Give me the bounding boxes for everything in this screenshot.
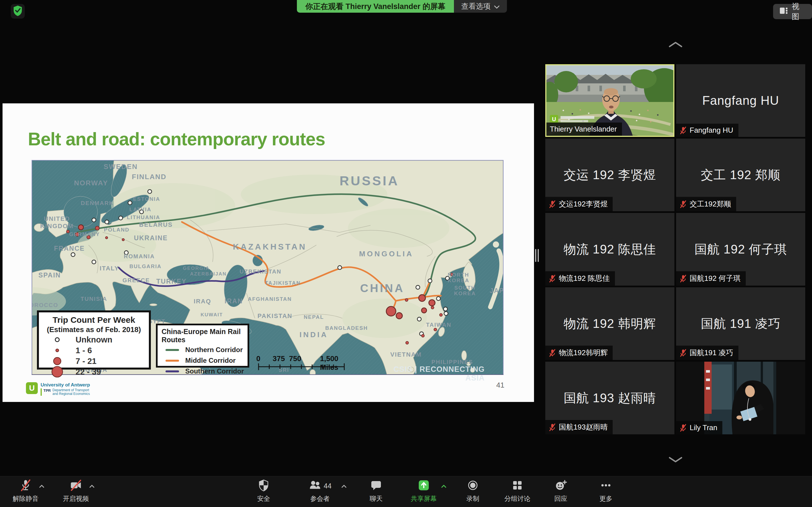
route-legend-item: Southern Corridor bbox=[161, 367, 248, 376]
reactions-smiley-icon bbox=[554, 479, 567, 493]
unmute-button[interactable]: 解除静音 bbox=[0, 478, 51, 503]
mic-off-icon bbox=[549, 274, 556, 283]
route-color-swatch bbox=[165, 360, 179, 362]
share-screen-button[interactable]: 共享屏幕 bbox=[398, 478, 449, 503]
participant-label-text: 交工192郑顺 bbox=[690, 199, 731, 209]
participants-button[interactable]: 44 参会者 bbox=[292, 478, 348, 503]
country-label: BANGLADESH bbox=[325, 325, 368, 331]
participant-tile[interactable]: 国航 192 何子琪 国航192 何子琪 bbox=[676, 213, 805, 286]
city-dot bbox=[386, 306, 396, 316]
country-label: MONGOLIA bbox=[359, 249, 414, 258]
open-circle-swatch bbox=[39, 334, 75, 345]
chevron-down-icon bbox=[668, 456, 683, 463]
red-circle-swatch bbox=[39, 355, 75, 367]
participant-tile[interactable]: 交运 192 李贤煜 交运192李贤煜 bbox=[545, 138, 674, 211]
country-label: INDIA bbox=[299, 330, 328, 339]
participant-name-label: 物流192韩明辉 bbox=[545, 346, 613, 360]
participant-label-text: Fangfang HU bbox=[690, 126, 733, 135]
university-logo-mark: U bbox=[26, 382, 38, 394]
participant-label-text: 交运192李贤煜 bbox=[559, 199, 608, 209]
mic-off-icon bbox=[679, 274, 687, 283]
country-label: KOREA bbox=[448, 277, 469, 283]
city-dot bbox=[444, 312, 448, 316]
record-label: 录制 bbox=[466, 494, 479, 503]
chat-label: 聊天 bbox=[370, 494, 383, 503]
share-options-caret[interactable] bbox=[441, 484, 447, 489]
trip-legend-item: Unknown bbox=[39, 335, 149, 345]
participant-tile[interactable]: 物流 192 陈思佳 物流192 陈思佳 bbox=[545, 213, 674, 286]
slide-title: Belt and road: contemporary routes bbox=[28, 129, 325, 150]
country-label: IRAQ bbox=[194, 298, 211, 305]
audio-options-caret[interactable] bbox=[39, 484, 45, 489]
country-label: TAIWAN bbox=[426, 322, 451, 328]
city-dot bbox=[79, 225, 84, 230]
scale-tick-375: 375 bbox=[273, 354, 285, 363]
country-label: MOROCCO bbox=[32, 302, 58, 308]
route-color-swatch bbox=[165, 371, 179, 372]
participant-tile[interactable]: 物流 192 韩明辉 物流192韩明辉 bbox=[545, 287, 674, 360]
country-label: AFGHANISTAN bbox=[248, 296, 292, 302]
breakout-rooms-button[interactable]: 分组讨论 bbox=[492, 478, 543, 503]
meeting-toolbar: 解除静音 开启视频 bbox=[0, 476, 812, 507]
trip-legend-item: 7 - 21 bbox=[39, 356, 149, 366]
participant-name-label: 物流192 陈思佳 bbox=[545, 271, 615, 286]
view-options-button[interactable]: 查看选项 bbox=[454, 0, 507, 13]
country-label: SOUTH bbox=[454, 285, 475, 291]
trip-legend-item: 22 - 39 bbox=[39, 367, 149, 377]
more-button[interactable]: 更多 bbox=[580, 478, 631, 503]
breakout-grid-icon bbox=[511, 479, 523, 493]
shield-icon bbox=[257, 479, 270, 493]
country-label: KUWAIT bbox=[200, 312, 223, 318]
participant-tile[interactable]: Lily Tran bbox=[676, 362, 805, 434]
city-dot bbox=[417, 317, 421, 321]
country-label: GEORGIA bbox=[183, 266, 209, 271]
participant-tile[interactable]: 交工 192 郑顺 交工192郑顺 bbox=[676, 138, 805, 211]
participant-label-text: Thierry Vanelslander bbox=[550, 125, 617, 133]
participants-options-caret[interactable] bbox=[341, 484, 347, 489]
security-button[interactable]: 安全 bbox=[238, 478, 289, 503]
start-video-button[interactable]: 开启视频 bbox=[50, 478, 101, 503]
city-dot bbox=[421, 308, 426, 313]
participant-name-label: Fangfang HU bbox=[676, 124, 739, 137]
logo-divider bbox=[41, 388, 42, 396]
city-dot bbox=[119, 216, 123, 220]
shared-screen-slide: Belt and road: contemporary routes bbox=[3, 103, 534, 402]
more-label: 更多 bbox=[599, 494, 612, 503]
city-dot bbox=[419, 295, 425, 301]
city-dot bbox=[92, 218, 96, 222]
city-dot bbox=[338, 266, 342, 270]
map-scale-bar: 0 375 750 1,500 Miles bbox=[256, 354, 349, 370]
participant-name-label: 交工192郑顺 bbox=[676, 197, 736, 211]
record-button[interactable]: 录制 bbox=[448, 478, 498, 503]
department-line2: and Regional Economics bbox=[52, 392, 90, 396]
red-circle-swatch bbox=[39, 345, 75, 356]
country-label: AZERBAIJAN bbox=[190, 271, 227, 277]
mic-off-icon bbox=[679, 349, 687, 357]
country-label: JAPA bbox=[490, 287, 503, 294]
participant-tile[interactable]: 国航 191 凌巧 国航191 凌巧 bbox=[676, 287, 805, 360]
participant-tile[interactable]: U Thierry Vanelslander bbox=[545, 64, 674, 137]
participant-name-label: 国航192 何子琪 bbox=[676, 271, 746, 286]
chat-button[interactable]: 聊天 bbox=[351, 478, 402, 503]
slide-page-number: 41 bbox=[488, 381, 504, 390]
shield-check-icon bbox=[12, 5, 23, 18]
participant-tile[interactable]: 国航 193 赵雨晴 国航193赵雨晴 bbox=[545, 362, 674, 434]
reactions-button[interactable]: 回应 bbox=[536, 478, 586, 503]
mic-off-icon bbox=[679, 126, 687, 135]
security-status-button[interactable] bbox=[11, 4, 25, 18]
country-label: KOREA bbox=[454, 290, 476, 296]
university-logo: U University of Antwerp TPR Department o… bbox=[26, 382, 90, 396]
share-screen-icon bbox=[417, 479, 430, 493]
slide-map: SWEDENFINLANDNORWAYRUSSIADENMARKESTONIAL… bbox=[32, 160, 504, 375]
unmute-label: 解除静音 bbox=[13, 494, 39, 503]
country-label: SPAIN bbox=[38, 272, 61, 279]
gallery-scroll-down-button[interactable] bbox=[668, 456, 683, 463]
view-button[interactable]: 视图 bbox=[773, 4, 812, 19]
gallery-scroll-up-button[interactable] bbox=[668, 41, 683, 48]
mic-off-icon bbox=[549, 200, 556, 209]
record-icon bbox=[467, 479, 479, 493]
security-label: 安全 bbox=[257, 494, 270, 503]
video-options-caret[interactable] bbox=[89, 484, 95, 489]
participant-tile[interactable]: Fangfang HU Fangfang HU bbox=[676, 64, 805, 137]
panel-resize-handle[interactable] bbox=[535, 249, 539, 262]
